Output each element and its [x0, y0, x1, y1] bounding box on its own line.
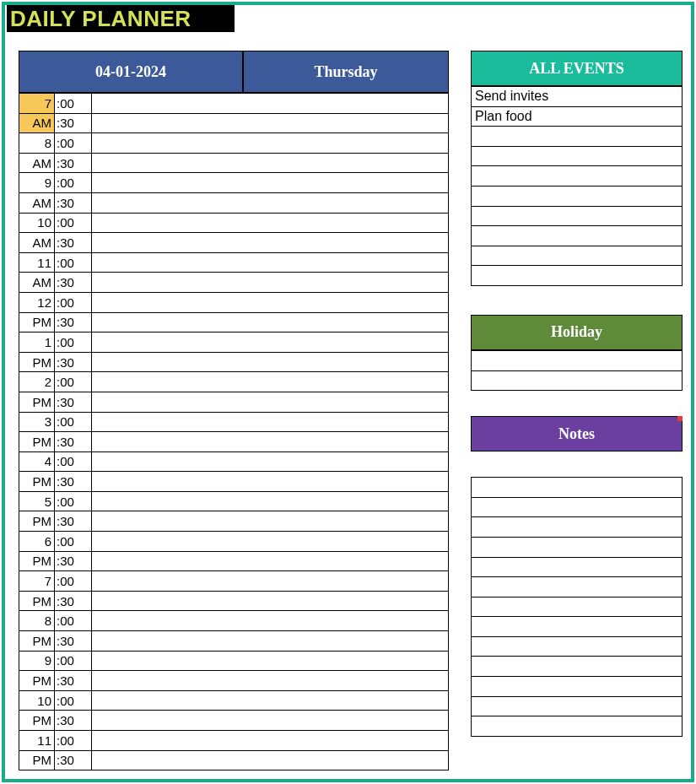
schedule-slot[interactable]	[92, 273, 448, 292]
schedule-slot[interactable]	[92, 432, 448, 451]
schedule-slot[interactable]	[92, 133, 448, 153]
event-row[interactable]	[472, 186, 682, 206]
schedule-slot[interactable]	[92, 233, 448, 252]
ampm-label: PM	[19, 751, 55, 770]
schedule-row: 8:00	[19, 610, 448, 630]
schedule-row: 7:00	[19, 570, 448, 591]
note-row[interactable]	[472, 656, 682, 676]
schedule-slot[interactable]	[92, 552, 448, 571]
note-row[interactable]	[472, 477, 682, 497]
schedule-body: 7:00AM:308:00AM:309:00AM:3010:00AM:3011:…	[19, 93, 449, 770]
hour-label: 10	[19, 691, 55, 711]
hour-label: 7	[19, 94, 55, 113]
minute-label: :30	[55, 671, 92, 690]
schedule-slot[interactable]	[92, 492, 448, 511]
note-row[interactable]	[472, 557, 682, 577]
ampm-label: AM	[19, 114, 55, 133]
event-row[interactable]	[472, 225, 682, 246]
schedule-panel: 04-01-2024 Thursday 7:00AM:308:00AM:309:…	[19, 51, 449, 767]
schedule-slot[interactable]	[92, 592, 448, 611]
event-row[interactable]: Send invites	[472, 86, 682, 106]
schedule-slot[interactable]	[92, 392, 448, 412]
ampm-label: PM	[19, 511, 55, 531]
schedule-slot[interactable]	[92, 571, 448, 591]
schedule-slot[interactable]	[92, 631, 448, 651]
schedule-slot[interactable]	[92, 711, 448, 730]
schedule-slot[interactable]	[92, 293, 448, 312]
event-row[interactable]	[472, 146, 682, 166]
note-row[interactable]	[472, 616, 682, 636]
schedule-slot[interactable]	[92, 333, 448, 352]
schedule-row: 11:00	[19, 730, 448, 750]
schedule-slot[interactable]	[92, 532, 448, 551]
schedule-slot[interactable]	[92, 731, 448, 750]
minute-label: :00	[55, 293, 92, 312]
hour-label: 11	[19, 253, 55, 273]
ampm-label: PM	[19, 472, 55, 491]
schedule-slot[interactable]	[92, 511, 448, 531]
note-row[interactable]	[472, 696, 682, 716]
minute-label: :00	[55, 372, 92, 392]
note-row[interactable]	[472, 716, 682, 736]
schedule-row: 10:00	[19, 690, 448, 711]
note-row[interactable]	[472, 497, 682, 517]
ampm-label: PM	[19, 432, 55, 451]
event-row[interactable]: Plan food	[472, 106, 682, 127]
note-row[interactable]	[472, 576, 682, 597]
event-row[interactable]	[472, 206, 682, 226]
schedule-slot[interactable]	[92, 751, 448, 770]
schedule-slot[interactable]	[92, 114, 448, 133]
schedule-header: 04-01-2024 Thursday	[19, 51, 449, 93]
schedule-slot[interactable]	[92, 313, 448, 333]
note-row[interactable]	[472, 676, 682, 696]
schedule-row: PM:30	[19, 551, 448, 571]
minute-label: :30	[55, 114, 92, 133]
schedule-row: 10:00	[19, 213, 448, 233]
note-row[interactable]	[472, 516, 682, 537]
schedule-slot[interactable]	[92, 472, 448, 491]
ampm-label: PM	[19, 592, 55, 611]
schedule-slot[interactable]	[92, 413, 448, 432]
minute-label: :30	[55, 193, 92, 213]
schedule-row: AM:30	[19, 192, 448, 213]
schedule-slot[interactable]	[92, 452, 448, 472]
schedule-row: 4:00	[19, 451, 448, 472]
event-row[interactable]	[472, 265, 682, 285]
schedule-slot[interactable]	[92, 353, 448, 372]
events-body: Send invitesPlan food	[471, 86, 683, 286]
schedule-slot[interactable]	[92, 652, 448, 671]
schedule-slot[interactable]	[92, 173, 448, 192]
holiday-row[interactable]	[472, 350, 682, 370]
schedule-row: AM:30	[19, 113, 448, 133]
schedule-slot[interactable]	[92, 372, 448, 392]
event-row[interactable]	[472, 165, 682, 186]
schedule-slot[interactable]	[92, 691, 448, 711]
note-row[interactable]	[472, 597, 682, 617]
ampm-label: PM	[19, 671, 55, 690]
minute-label: :00	[55, 691, 92, 711]
schedule-row: 1:00	[19, 332, 448, 352]
holiday-row[interactable]	[472, 370, 682, 391]
schedule-row: 11:00	[19, 252, 448, 273]
spacer	[471, 391, 683, 416]
schedule-row: PM:30	[19, 471, 448, 491]
schedule-slot[interactable]	[92, 94, 448, 113]
schedule-slot[interactable]	[92, 214, 448, 233]
schedule-slot[interactable]	[92, 253, 448, 273]
events-header: ALL EVENTS	[471, 51, 683, 86]
schedule-row: PM:30	[19, 431, 448, 451]
notes-header: Notes	[471, 416, 683, 451]
schedule-row: PM:30	[19, 591, 448, 611]
event-row[interactable]	[472, 126, 682, 146]
schedule-slot[interactable]	[92, 154, 448, 173]
hour-label: 3	[19, 413, 55, 432]
schedule-slot[interactable]	[92, 193, 448, 213]
note-row[interactable]	[472, 537, 682, 557]
event-row[interactable]	[472, 246, 682, 266]
note-row[interactable]	[472, 636, 682, 657]
ampm-label: PM	[19, 711, 55, 730]
minute-label: :30	[55, 511, 92, 531]
schedule-slot[interactable]	[92, 611, 448, 630]
schedule-row: 9:00	[19, 172, 448, 192]
schedule-slot[interactable]	[92, 671, 448, 690]
